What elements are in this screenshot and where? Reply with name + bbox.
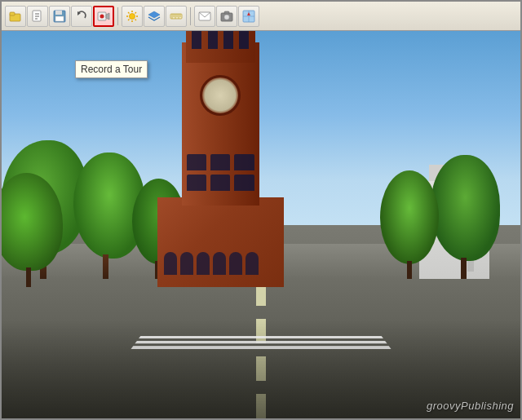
svg-point-12 — [100, 14, 104, 18]
svg-rect-1 — [10, 12, 15, 15]
app-window: Record a Tour groovyPublishing — [0, 0, 522, 420]
snapshot-button[interactable] — [216, 6, 237, 27]
new-button[interactable] — [27, 6, 48, 27]
record-tour-button[interactable] — [93, 6, 114, 27]
toolbar — [2, 2, 520, 31]
svg-point-13 — [130, 13, 135, 19]
open-folder-button[interactable] — [5, 6, 26, 27]
map-button[interactable] — [238, 6, 259, 27]
tree-group-right — [365, 116, 520, 279]
separator-2 — [190, 7, 191, 25]
sunlight-button[interactable] — [122, 6, 143, 27]
tooltip-text: Record a Tour — [81, 64, 142, 75]
svg-line-20 — [135, 12, 137, 14]
undo-button[interactable] — [71, 6, 92, 27]
tree-foreground-left — [2, 140, 157, 287]
watermark-text: groovyPublishing — [427, 400, 514, 412]
svg-rect-32 — [224, 11, 229, 14]
layers-button[interactable] — [144, 6, 165, 27]
separator-1 — [117, 7, 118, 25]
svg-rect-8 — [55, 16, 64, 21]
svg-line-19 — [135, 19, 137, 20]
watermark: groovyPublishing — [427, 400, 514, 412]
email-button[interactable] — [194, 6, 215, 27]
record-tour-tooltip: Record a Tour — [75, 60, 148, 78]
svg-rect-7 — [55, 11, 62, 15]
svg-line-21 — [128, 19, 130, 20]
main-tower — [157, 59, 284, 287]
save-button[interactable] — [49, 6, 70, 27]
ruler-button[interactable] — [166, 6, 187, 27]
svg-line-18 — [128, 12, 130, 14]
svg-point-31 — [224, 15, 229, 20]
viewport[interactable]: Record a Tour groovyPublishing — [2, 31, 520, 418]
svg-marker-11 — [106, 13, 109, 20]
